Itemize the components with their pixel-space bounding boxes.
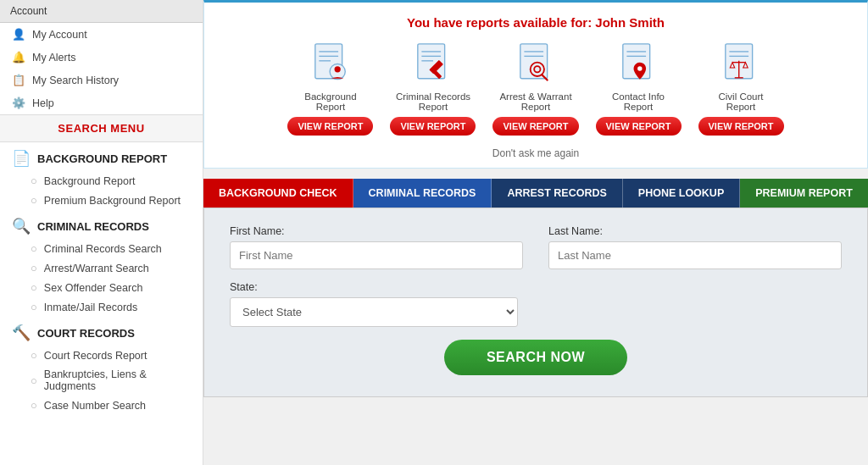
report-card-label: Background Report (292, 91, 369, 112)
sidebar-sub-item[interactable]: ○Inmate/Jail Records (0, 297, 203, 317)
view-report-button[interactable]: VIEW REPORT (596, 117, 682, 136)
sub-item-icon: ○ (31, 194, 37, 207)
banner-title: You have reports available for: John Smi… (407, 15, 665, 30)
report-card: Contact Info Report VIEW REPORT (596, 40, 682, 136)
category-label: COURT RECORDS (37, 327, 135, 340)
name-row: First Name: Last Name: (230, 225, 842, 269)
sub-item-icon: ○ (31, 301, 37, 313)
search-form: First Name: Last Name: State: Select Sta… (203, 208, 868, 397)
report-card-label: Arrest & Warrant Report (498, 91, 574, 112)
sidebar-category: 📄BACKGROUND REPORT (0, 142, 203, 171)
dont-ask-link[interactable]: Don't ask me again (492, 147, 579, 159)
report-card-icon (718, 40, 765, 86)
search-menu-header: SEARCH MENU (0, 114, 203, 142)
sidebar-top-item[interactable]: 🔔My Alerts (0, 46, 203, 69)
report-card: Arrest & Warrant Report VIEW REPORT (492, 40, 578, 136)
sidebar-sub-item[interactable]: ○Case Number Search (0, 396, 203, 415)
sidebar-sub-item[interactable]: ○Background Report (0, 171, 203, 191)
state-row: State: Select StateAlabamaAlaskaArizonaA… (230, 281, 842, 327)
sub-item-icon: ○ (31, 174, 37, 187)
last-name-label: Last Name: (548, 225, 842, 237)
tab-premium-report[interactable]: PREMIUM REPORT (740, 179, 868, 208)
search-menu-label: SEARCH MENU (58, 122, 144, 135)
tab-background-check[interactable]: BACKGROUND CHECK (203, 179, 353, 208)
sub-item-label: Case Number Search (44, 400, 146, 412)
first-name-input[interactable] (230, 241, 523, 269)
reports-banner: You have reports available for: John Smi… (203, 0, 868, 169)
category-label: CRIMINAL RECORDS (37, 220, 149, 233)
view-report-button[interactable]: VIEW REPORT (698, 117, 784, 136)
search-now-button[interactable]: SEARCH NOW (444, 340, 627, 375)
sub-item-label: Sex Offender Search (44, 282, 143, 294)
sub-item-label: Criminal Records Search (44, 243, 162, 255)
report-card-label: Criminal Records Report (395, 91, 471, 112)
sub-item-icon: ○ (31, 242, 37, 255)
menu-icon: 🔔 (12, 51, 25, 64)
report-card-icon (307, 40, 353, 86)
tabs-container: BACKGROUND CHECKCRIMINAL RECORDSARREST R… (203, 179, 868, 208)
sub-item-icon: ○ (31, 349, 37, 362)
tab-arrest-records[interactable]: ARREST RECORDS (492, 179, 622, 208)
report-card: Criminal Records Report VIEW REPORT (390, 40, 476, 136)
sidebar-top-item[interactable]: 👤My Account (0, 23, 203, 46)
report-card: Civil Court Report VIEW REPORT (698, 40, 784, 136)
sub-item-icon: ○ (31, 374, 37, 387)
tab-phone-lookup[interactable]: PHONE LOOKUP (623, 179, 740, 208)
sub-item-icon: ○ (31, 281, 37, 294)
report-card-icon (409, 40, 456, 86)
report-card-label: Civil Court Report (703, 91, 779, 112)
tab-criminal-records[interactable]: CRIMINAL RECORDS (353, 179, 492, 208)
menu-label: Help (32, 97, 54, 109)
menu-icon: 📋 (12, 74, 25, 86)
report-card-icon (615, 40, 662, 86)
sub-item-label: Bankruptcies, Liens & Judgments (44, 368, 191, 392)
menu-label: My Search History (32, 75, 119, 86)
sub-item-label: Arrest/Warrant Search (44, 263, 149, 274)
sidebar-top-item[interactable]: ⚙️Help (0, 91, 203, 114)
category-icon: 🔨 (12, 324, 31, 342)
sidebar-sub-item[interactable]: ○Premium Background Report (0, 191, 203, 210)
sub-item-icon: ○ (31, 262, 37, 274)
sub-item-label: Inmate/Jail Records (44, 302, 137, 313)
sidebar-category: 🔍CRIMINAL RECORDS (0, 210, 203, 239)
state-group: State: Select StateAlabamaAlaskaArizonaA… (230, 281, 518, 327)
menu-icon: 👤 (12, 28, 25, 41)
last-name-input[interactable] (548, 241, 842, 269)
report-cards-container: Background Report VIEW REPORT Criminal R… (287, 40, 783, 136)
menu-icon: ⚙️ (12, 97, 25, 109)
main-content: You have reports available for: John Smi… (203, 0, 868, 465)
menu-label: My Account (32, 29, 87, 41)
category-label: BACKGROUND REPORT (37, 152, 167, 165)
sub-item-label: Court Records Report (44, 350, 147, 362)
account-label: Account (10, 5, 47, 17)
view-report-button[interactable]: VIEW REPORT (390, 117, 476, 136)
sidebar: Account 👤My Account🔔My Alerts📋My Search … (0, 0, 203, 465)
report-card: Background Report VIEW REPORT (287, 40, 373, 136)
category-icon: 🔍 (12, 217, 31, 235)
view-report-button[interactable]: VIEW REPORT (287, 117, 373, 136)
sidebar-sub-item[interactable]: ○Court Records Report (0, 346, 203, 365)
sub-item-label: Premium Background Report (44, 195, 181, 207)
svg-point-5 (334, 66, 340, 72)
view-report-button[interactable]: VIEW REPORT (492, 117, 578, 136)
sidebar-category: 🔨COURT RECORDS (0, 317, 203, 346)
report-card-icon (512, 40, 559, 86)
first-name-group: First Name: (230, 225, 523, 269)
sidebar-sub-item[interactable]: ○Sex Offender Search (0, 278, 203, 297)
last-name-group: Last Name: (548, 225, 842, 269)
sidebar-sub-item[interactable]: ○Arrest/Warrant Search (0, 258, 203, 278)
svg-point-21 (637, 66, 642, 70)
sidebar-top-item[interactable]: 📋My Search History (0, 69, 203, 91)
state-label: State: (230, 281, 518, 293)
sidebar-sub-item[interactable]: ○Bankruptcies, Liens & Judgments (0, 365, 203, 396)
sub-item-icon: ○ (31, 399, 37, 412)
report-card-label: Contact Info Report (600, 91, 676, 112)
menu-label: My Alerts (32, 52, 75, 64)
category-icon: 📄 (12, 149, 31, 168)
state-select[interactable]: Select StateAlabamaAlaskaArizonaArkansas… (230, 297, 518, 327)
sidebar-account-header: Account (0, 0, 203, 23)
sub-item-label: Background Report (44, 175, 136, 187)
first-name-label: First Name: (230, 225, 523, 237)
sidebar-sub-item[interactable]: ○Criminal Records Search (0, 239, 203, 258)
